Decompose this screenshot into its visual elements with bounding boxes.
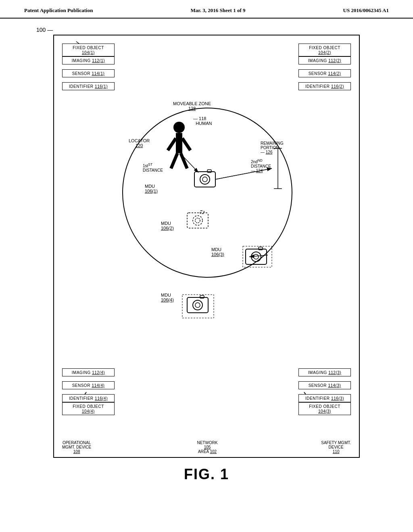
tr-fixed-object: Fixed Object 104(2) xyxy=(298,44,351,56)
operational-mgmt-label: Operational Mgmt. Device 108 xyxy=(62,441,91,454)
svg-line-5 xyxy=(182,138,190,150)
tl-identifier: Identifier 116(1) xyxy=(62,82,115,90)
svg-rect-11 xyxy=(207,170,211,172)
br-sensor: Sensor 114(3) xyxy=(298,381,351,389)
tl-sensor: Sensor 114(1) xyxy=(62,69,115,77)
remaining-label: Remaining Portion — 126 xyxy=(261,141,284,154)
bl-sensor: Sensor 114(4) xyxy=(62,381,115,389)
svg-point-23 xyxy=(195,303,200,308)
tr-imaging: Imaging 112(2) xyxy=(298,56,351,64)
svg-point-18 xyxy=(254,254,259,259)
header-left: Patent Application Publication xyxy=(24,7,93,14)
mdu4-label: MDU 106(4) xyxy=(161,293,174,302)
svg-rect-8 xyxy=(194,172,215,187)
svg-line-26 xyxy=(183,156,198,172)
bl-identifier: Identifier 116(4) xyxy=(62,394,115,402)
safety-mgmt-label: Safety Mgmt. Device 110 xyxy=(321,441,351,454)
tr-identifier: Identifier 116(2) xyxy=(298,82,351,90)
br-fixed-object: Fixed Object 104(3) xyxy=(298,402,351,415)
svg-line-7 xyxy=(181,153,187,168)
svg-rect-12 xyxy=(187,213,208,228)
mdu3-label: MDU 106(3) xyxy=(211,247,224,257)
svg-point-17 xyxy=(251,252,261,262)
svg-point-10 xyxy=(202,177,207,182)
svg-rect-3 xyxy=(176,133,182,153)
br-identifier: Identifier 116(3) xyxy=(298,394,351,402)
mdu2-label: MDU 106(2) xyxy=(161,221,174,231)
svg-line-6 xyxy=(171,153,177,168)
bl-imaging: Imaging 112(4) xyxy=(62,368,115,376)
moveable-zone-label: Moveable Zone 128 xyxy=(173,101,211,111)
svg-rect-19 xyxy=(259,247,263,250)
svg-rect-15 xyxy=(200,211,204,214)
br-imaging: Imaging 112(3) xyxy=(298,368,351,376)
svg-line-4 xyxy=(168,138,176,150)
header-right: US 2016/0062345 A1 xyxy=(343,7,389,14)
mdu1-label: MDU 106(1) xyxy=(145,184,158,193)
svg-point-22 xyxy=(193,300,202,310)
page-content: 100 — xyxy=(0,19,413,491)
svg-rect-16 xyxy=(246,249,267,264)
svg-point-9 xyxy=(200,175,210,184)
svg-point-13 xyxy=(193,216,202,225)
page-header: Patent Application Publication Mar. 3, 2… xyxy=(0,0,413,19)
ref-100-label: 100 — xyxy=(36,27,53,33)
svg-rect-20 xyxy=(243,246,272,267)
network-label: Network 105 Area 102 xyxy=(179,441,236,454)
second-distance-label: 2ndND Distance — 124 xyxy=(251,158,271,173)
svg-line-32 xyxy=(249,255,268,257)
tl-imaging: Imaging 112(1) xyxy=(62,56,115,64)
svg-point-2 xyxy=(173,122,185,133)
svg-rect-21 xyxy=(187,297,208,313)
human-label: — 118 Human xyxy=(193,116,212,126)
diagram-container: Fixed Object 104(1) Imaging 112(1) Senso… xyxy=(53,35,360,458)
tl-fixed-object: Fixed Object 104(1) xyxy=(62,44,115,56)
first-distance-label: 1stST Distance xyxy=(143,162,163,172)
bl-fixed-object: Fixed Object 104(4) xyxy=(62,402,115,415)
header-middle: Mar. 3, 2016 Sheet 1 of 9 xyxy=(191,7,246,14)
svg-rect-24 xyxy=(200,295,204,298)
locator-label: Locator 120 xyxy=(129,138,150,148)
tr-sensor: Sensor 114(2) xyxy=(298,69,351,77)
svg-point-14 xyxy=(195,218,200,223)
svg-rect-25 xyxy=(182,295,214,318)
fig-label: FIG. 1 xyxy=(184,466,229,483)
